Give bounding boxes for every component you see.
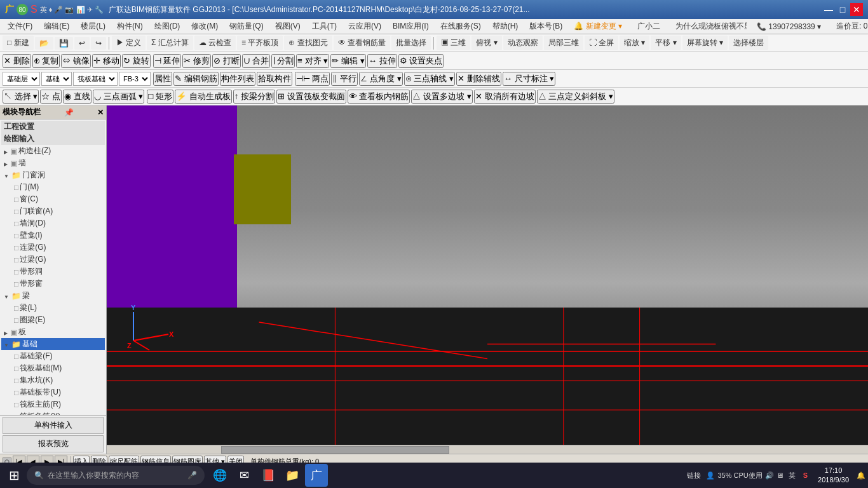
property-btn[interactable]: 属性 bbox=[153, 72, 172, 86]
move-btn[interactable]: ✛ 移动 bbox=[92, 54, 121, 68]
mirror-btn[interactable]: ⇔ 镜像 bbox=[61, 54, 91, 68]
phone-number[interactable]: 📞 13907298339 ▾ bbox=[752, 21, 826, 32]
tree-item-wall[interactable]: ▣ 墙 bbox=[1, 157, 105, 169]
view-rebar-btn[interactable]: 👁 查看钢筋量 bbox=[334, 36, 390, 50]
scrollbar-thumb[interactable] bbox=[221, 446, 449, 454]
undo-btn[interactable]: ↩ bbox=[74, 37, 90, 50]
rect-btn[interactable]: □ 矩形 bbox=[147, 90, 173, 104]
break-btn[interactable]: ⊘ 打断 bbox=[212, 54, 241, 68]
report-preview-btn[interactable]: 报表预览 bbox=[3, 435, 104, 452]
close-button[interactable]: ✕ bbox=[850, 3, 863, 16]
set-slab-section-btn[interactable]: ⊞ 设置筏板变截面 bbox=[276, 90, 346, 104]
select-floor-btn[interactable]: 选择楼层 bbox=[729, 36, 768, 50]
merge-btn[interactable]: ∪ 合并 bbox=[242, 54, 271, 68]
edit-rebar-btn[interactable]: ✎ 编辑钢筋 bbox=[173, 72, 219, 86]
view-slab-rebar-btn[interactable]: 👁 查看板内钢筋 bbox=[348, 90, 410, 104]
tree-item-pit[interactable]: □ 集水坑(K) bbox=[1, 374, 105, 386]
scene-viewport[interactable]: X Y Z bbox=[107, 105, 868, 454]
tree-item-foundation-beam[interactable]: □ 基础梁(F) bbox=[1, 350, 105, 362]
tree-item-ring-beam[interactable]: □ 圈梁(E) bbox=[1, 314, 105, 326]
align-btn[interactable]: ≡ 对齐 ▾ bbox=[296, 54, 329, 68]
dim-btn[interactable]: ↔ 尺寸标注 ▾ bbox=[503, 72, 556, 86]
tray-notification[interactable]: 🔔 bbox=[857, 471, 865, 480]
tray-volume-icon[interactable]: 🔊 bbox=[765, 471, 774, 480]
define-btn[interactable]: ▶ 定义 bbox=[112, 36, 146, 50]
del-aux-btn[interactable]: ✕ 删除辅线 bbox=[456, 72, 501, 86]
brand-name[interactable]: 广小二 bbox=[632, 20, 665, 33]
tray-lang[interactable]: 英 bbox=[786, 470, 798, 482]
top-view-btn[interactable]: 俯视 ▾ bbox=[471, 36, 501, 50]
tree-item-window[interactable]: □ 窗(C) bbox=[1, 193, 105, 205]
new-change-btn[interactable]: 🔔 新建变更 ▾ bbox=[569, 20, 627, 33]
three-point-axis-btn[interactable]: ⊙ 三点轴线 ▾ bbox=[404, 72, 455, 86]
menu-component[interactable]: 构件(N) bbox=[112, 20, 148, 33]
menu-bim[interactable]: BIM应用(I) bbox=[388, 20, 434, 33]
price-bean[interactable]: 造价豆: 0 bbox=[831, 20, 868, 33]
type-select[interactable]: 筏板基础 bbox=[73, 72, 118, 86]
tray-link[interactable]: 链接 bbox=[684, 470, 703, 482]
tree-item-door[interactable]: □ 门(M) bbox=[1, 181, 105, 193]
menu-cloud[interactable]: 云应用(V) bbox=[343, 20, 386, 33]
3d-btn[interactable]: ▣ 三维 bbox=[437, 36, 470, 50]
minimize-button[interactable]: — bbox=[822, 3, 835, 16]
tree-item-raft-neg-rebar[interactable]: □ 筏板负筋(X) bbox=[1, 410, 105, 415]
tree-item-column[interactable]: ▣ 构造柱(Z) bbox=[1, 145, 105, 157]
open-btn[interactable]: 📂 bbox=[35, 37, 53, 50]
category-select[interactable]: 基础 bbox=[41, 72, 72, 86]
tree-item-coupling-beam[interactable]: □ 连梁(G) bbox=[1, 241, 105, 254]
stretch-btn[interactable]: ↔ 拉伸 bbox=[367, 54, 397, 68]
window-controls[interactable]: — □ ✕ bbox=[822, 3, 863, 16]
new-btn[interactable]: □ 新建 bbox=[3, 36, 34, 50]
extend-btn[interactable]: ⊣ 延伸 bbox=[153, 54, 182, 68]
floor-select[interactable]: 基础层 bbox=[3, 72, 40, 86]
calc-btn[interactable]: Σ 汇总计算 bbox=[147, 36, 193, 50]
clock-display[interactable]: 17:10 2018/9/30 bbox=[813, 466, 854, 485]
edit-more-btn[interactable]: ✏ 编辑 ▾ bbox=[330, 54, 365, 68]
level-top-btn[interactable]: ≡ 平齐板顶 bbox=[237, 36, 283, 50]
tree-item-raft[interactable]: □ 筏板基础(M) bbox=[1, 362, 105, 374]
batch-select-btn[interactable]: 批量选择 bbox=[391, 36, 431, 50]
fullscreen-btn[interactable]: ⛶ 全屏 bbox=[585, 36, 618, 50]
three-point-slope-btn[interactable]: △ 三点定义斜斜板 ▾ bbox=[537, 90, 614, 104]
tray-display-icon[interactable]: 🖥 bbox=[776, 471, 783, 479]
tray-sougou[interactable]: S bbox=[801, 470, 810, 480]
start-button[interactable]: ⊞ bbox=[3, 464, 25, 487]
maximize-button[interactable]: □ bbox=[836, 3, 849, 16]
taskbar-app-pdf[interactable]: 📕 bbox=[257, 464, 280, 487]
horizontal-scrollbar[interactable] bbox=[107, 445, 868, 454]
tree-item-foundation-band[interactable]: □ 基础板带(U) bbox=[1, 386, 105, 398]
menu-help[interactable]: 帮助(H) bbox=[487, 20, 524, 33]
search-bar[interactable]: 🔍 在这里输入你要搜索的内容 🎤 bbox=[27, 466, 205, 485]
tree-item-slab[interactable]: ▣ 板 bbox=[1, 326, 105, 338]
two-point-btn[interactable]: ⊣⊢ 两点 bbox=[295, 72, 330, 86]
tree-item-foundation-group[interactable]: 📁 基础 bbox=[1, 338, 105, 350]
menu-floor[interactable]: 楼层(L) bbox=[76, 20, 111, 33]
pan-btn[interactable]: 平移 ▾ bbox=[651, 36, 681, 50]
menu-modify[interactable]: 修改(M) bbox=[186, 20, 223, 33]
engineering-settings[interactable]: 工程设置 bbox=[1, 121, 105, 133]
redo-btn[interactable]: ↪ bbox=[91, 37, 106, 50]
angle-point-btn[interactable]: ∠ 点角度 ▾ bbox=[359, 72, 402, 86]
screen-rotate-btn[interactable]: 屏幕旋转 ▾ bbox=[682, 36, 728, 50]
copy-btn[interactable]: ⊕ 复制 bbox=[32, 54, 60, 68]
tree-item-wall-hole[interactable]: □ 墙洞(D) bbox=[1, 217, 105, 229]
single-component-input-btn[interactable]: 单构件输入 bbox=[3, 417, 104, 434]
tree-item-beam-group[interactable]: 📁 梁 bbox=[1, 290, 105, 302]
dynamic-view-btn[interactable]: 动态观察 bbox=[503, 36, 543, 50]
tree-item-band-window[interactable]: □ 带形窗 bbox=[1, 278, 105, 290]
delete-btn[interactable]: ✕ 删除 bbox=[3, 54, 31, 68]
arc-btn[interactable]: ◡ 三点画弧 ▾ bbox=[93, 90, 144, 104]
auto-gen-slab-btn[interactable]: ⚡ 自动生成板 bbox=[175, 90, 232, 104]
tree-item-niche[interactable]: □ 壁龛(I) bbox=[1, 229, 105, 241]
rotate-btn[interactable]: ↻ 旋转 bbox=[122, 54, 151, 68]
sidebar-pin-icon[interactable]: 📌 bbox=[64, 108, 74, 117]
trim-btn[interactable]: ✂ 修剪 bbox=[182, 54, 211, 68]
set-multi-slope-btn[interactable]: △ 设置多边坡 ▾ bbox=[411, 90, 472, 104]
tree-item-beam[interactable]: □ 梁(L) bbox=[1, 302, 105, 314]
menu-online[interactable]: 在线服务(S) bbox=[435, 20, 486, 33]
drawing-input[interactable]: 绘图输入 bbox=[1, 133, 105, 145]
menu-version[interactable]: 版本号(B) bbox=[524, 20, 567, 33]
item-select[interactable]: FB-3 bbox=[119, 72, 151, 86]
component-list-btn[interactable]: 构件列表 bbox=[220, 72, 255, 86]
tree-item-band-hole[interactable]: □ 带形洞 bbox=[1, 266, 105, 278]
